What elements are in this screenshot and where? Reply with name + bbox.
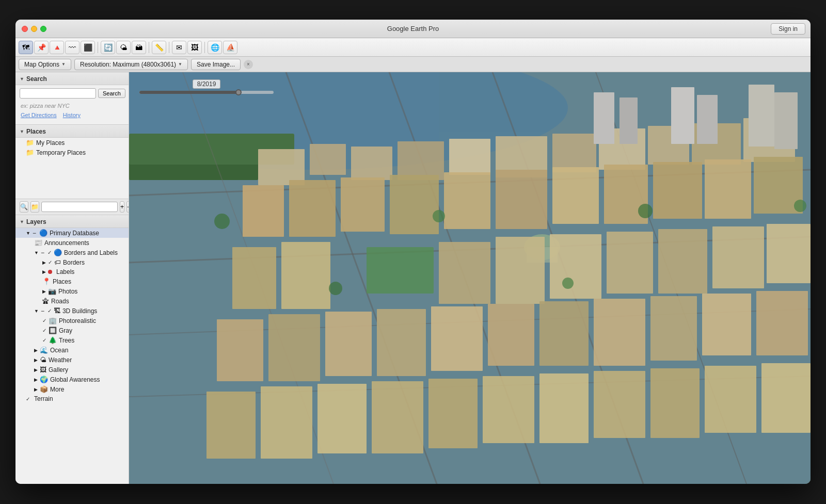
- borders-expand-icon: ▶: [42, 260, 46, 265]
- minimize-button[interactable]: [31, 26, 37, 32]
- photorealistic-check: ✓: [42, 318, 46, 323]
- layers-search-input[interactable]: [41, 202, 118, 212]
- more-icon: 📦: [40, 385, 48, 393]
- tour-toolbar-btn[interactable]: ⛵: [223, 41, 237, 54]
- borders-item[interactable]: ▶ ✓ 🏷 Borders: [15, 257, 129, 267]
- search-layers-btn[interactable]: 🔍: [20, 201, 28, 213]
- weather-icon: 🌤: [40, 356, 46, 364]
- trees-item[interactable]: ✓ 🌲 Trees: [15, 335, 129, 345]
- my-places-item[interactable]: 📁 My Places: [15, 138, 129, 148]
- labels-label: Labels: [56, 268, 74, 275]
- ocean-icon: 🌊: [40, 346, 48, 354]
- search-triangle-icon: ▼: [20, 76, 24, 82]
- weather-item[interactable]: ▶ 🌤 Weather: [15, 355, 129, 365]
- roads-item[interactable]: 🛣 Roads: [15, 296, 129, 306]
- photos-item[interactable]: ▶ 📷 Photos: [15, 286, 129, 296]
- search-button[interactable]: Search: [98, 89, 125, 98]
- labels-expand-icon: ▶: [42, 269, 46, 274]
- weather-expand-icon: ▶: [34, 357, 38, 363]
- roads-label: Roads: [51, 298, 69, 305]
- search-input[interactable]: [20, 88, 96, 99]
- weather-label: Weather: [49, 356, 72, 364]
- timeline-fill: [139, 91, 240, 94]
- layers-header: ▼ Layers: [15, 215, 129, 228]
- more-expand-icon: ▶: [34, 387, 38, 392]
- gallery-expand-icon: ▶: [34, 367, 38, 372]
- close-tab-button[interactable]: ×: [244, 60, 253, 69]
- earth-view-btn[interactable]: 🗺: [19, 41, 33, 54]
- timeline-bar: 8/2019: [139, 79, 274, 94]
- refresh-btn[interactable]: 🔄: [101, 41, 115, 54]
- ocean-item[interactable]: ▶ 🌊 Ocean: [15, 345, 129, 355]
- close-button[interactable]: [22, 26, 28, 32]
- temporary-places-label: Temporary Places: [36, 149, 86, 156]
- layers-section: ▼ Layers ▼ − 🔵 Primary Database 📰 Announ…: [15, 215, 129, 403]
- timeline-slider[interactable]: [139, 91, 274, 94]
- layers-header-label: Layers: [26, 218, 46, 225]
- search-input-row: Search: [15, 85, 129, 102]
- borders-labels-item[interactable]: ▼ − ✓ 🔵 Borders and Labels: [15, 248, 129, 257]
- search-hint: ex: pizza near NYC: [15, 102, 129, 110]
- network-toolbar-btn[interactable]: 🌐: [208, 41, 222, 54]
- ruler-toolbar-btn[interactable]: 📏: [152, 41, 166, 54]
- sign-in-button[interactable]: Sign in: [771, 23, 805, 35]
- primary-database-item[interactable]: ▼ − 🔵 Primary Database: [15, 228, 129, 238]
- path-btn[interactable]: 〰: [65, 41, 80, 54]
- terrain-item[interactable]: ✓ Terrain: [15, 394, 129, 403]
- toolbar-sep-3: [169, 42, 169, 53]
- add-layer-btn[interactable]: +: [120, 201, 124, 213]
- gray-item[interactable]: ✓ 🔲 Gray: [15, 326, 129, 335]
- global-expand-icon: ▶: [34, 377, 38, 382]
- photorealistic-icon: 🏢: [49, 317, 57, 324]
- places-layer-icon: 📍: [42, 278, 51, 285]
- places-triangle-icon: ▼: [20, 129, 24, 134]
- placemark-btn[interactable]: 📌: [34, 41, 49, 54]
- maximize-button[interactable]: [40, 26, 46, 32]
- places-layer-label: Places: [53, 278, 71, 285]
- toolbar-sep-4: [204, 42, 205, 53]
- resolution-dropdown[interactable]: Resolution: Maximum (4800x3061): [74, 59, 188, 70]
- announcements-item[interactable]: 📰 Announcements: [15, 238, 129, 248]
- get-directions-link[interactable]: Get Directions: [21, 112, 57, 118]
- buildings-3d-label: 3D Buildings: [62, 307, 97, 315]
- more-item[interactable]: ▶ 📦 More: [15, 384, 129, 394]
- main-content: ▼ Search Search ex: pizza near NYC Get D…: [15, 72, 811, 484]
- svg-rect-82: [129, 72, 811, 484]
- buildings-3d-item[interactable]: ▼ − ✓ 🏗 3D Buildings: [15, 306, 129, 316]
- email-toolbar-btn[interactable]: ✉: [172, 41, 186, 54]
- map-area[interactable]: 8/2019: [129, 72, 811, 484]
- weather-toolbar-btn[interactable]: 🌤: [116, 41, 131, 54]
- global-awareness-label: Global Awareness: [50, 376, 100, 383]
- more-label: More: [50, 386, 64, 393]
- global-icon: 🌍: [40, 376, 48, 383]
- layers-toolbar: 🔍 📁 + −: [15, 199, 129, 215]
- sub-toolbar: Map Options Resolution: Maximum (4800x30…: [15, 57, 811, 72]
- overlay-btn[interactable]: ⬛: [81, 41, 95, 54]
- history-link[interactable]: History: [63, 112, 81, 118]
- borders-labels-icon: 🔵: [54, 249, 62, 256]
- sidebar: ▼ Search Search ex: pizza near NYC Get D…: [15, 72, 129, 484]
- borders-icon: 🏷: [54, 258, 61, 266]
- global-awareness-item[interactable]: ▶ 🌍 Global Awareness: [15, 375, 129, 384]
- terrain-toolbar-btn[interactable]: 🏔: [132, 41, 146, 54]
- primary-db-icon: 🔵: [39, 229, 47, 237]
- borders-collapse-icon: ▼: [34, 250, 39, 255]
- map-options-dropdown[interactable]: Map Options: [19, 59, 71, 70]
- temporary-places-item[interactable]: 📁 Temporary Places: [15, 148, 129, 157]
- terrain-label: Terrain: [34, 395, 53, 402]
- timeline-thumb[interactable]: [235, 89, 242, 95]
- places-layer-item[interactable]: 📍 Places: [15, 277, 129, 286]
- gallery-item[interactable]: ▶ 🖼 Gallery: [15, 365, 129, 375]
- ocean-label: Ocean: [50, 347, 68, 354]
- image-toolbar-btn[interactable]: 🖼: [187, 41, 202, 54]
- save-image-button[interactable]: Save Image...: [191, 59, 241, 70]
- polygon-btn[interactable]: 🔺: [50, 41, 64, 54]
- photorealistic-item[interactable]: ✓ 🏢 Photorealistic: [15, 316, 129, 326]
- announcements-icon: 📰: [34, 239, 42, 247]
- photos-expand-icon: ▶: [42, 289, 46, 294]
- folder-layers-btn[interactable]: 📁: [30, 201, 39, 213]
- gallery-label: Gallery: [49, 366, 68, 373]
- temporary-places-icon: 📁: [26, 149, 34, 156]
- labels-item[interactable]: ▶ Labels: [15, 267, 129, 277]
- gallery-icon: 🖼: [40, 366, 46, 373]
